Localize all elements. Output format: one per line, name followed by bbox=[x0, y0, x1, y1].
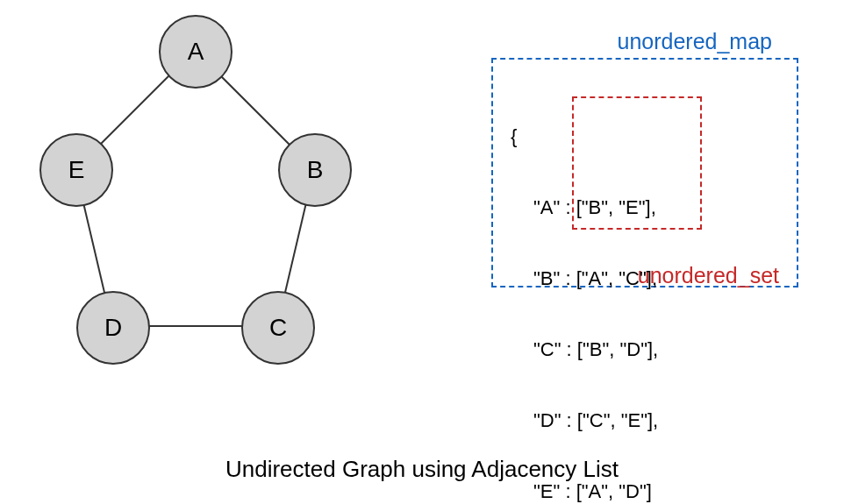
map-dashed-box: { "A" : ["B", "E"], "B" : ["A", "C"], "C… bbox=[491, 58, 798, 287]
entry-e: "E" : ["A", "D"] bbox=[511, 479, 784, 503]
entry-a: "A" : ["B", "E"], bbox=[511, 195, 784, 219]
node-e: E bbox=[39, 133, 113, 207]
graph-diagram: A B C D E bbox=[0, 0, 412, 403]
node-c: C bbox=[241, 291, 315, 365]
node-label: D bbox=[104, 314, 122, 342]
node-d: D bbox=[76, 291, 150, 365]
entry-c: "C" : ["B", "D"], bbox=[511, 337, 784, 361]
entry-b: "B" : ["A", "C"], bbox=[511, 266, 784, 290]
node-a: A bbox=[159, 15, 232, 89]
node-label: A bbox=[188, 38, 204, 66]
node-label: C bbox=[269, 314, 287, 342]
open-brace: { bbox=[511, 124, 784, 148]
node-b: B bbox=[278, 133, 352, 207]
unordered-map-label: unordered_map bbox=[491, 29, 772, 54]
node-label: B bbox=[307, 156, 324, 184]
adjacency-list-box: unordered_map { "A" : ["B", "E"], "B" : … bbox=[491, 29, 807, 287]
node-label: E bbox=[68, 156, 85, 184]
entry-d: "D" : ["C", "E"], bbox=[511, 408, 784, 432]
adjacency-code: { "A" : ["B", "E"], "B" : ["A", "C"], "C… bbox=[511, 77, 784, 504]
